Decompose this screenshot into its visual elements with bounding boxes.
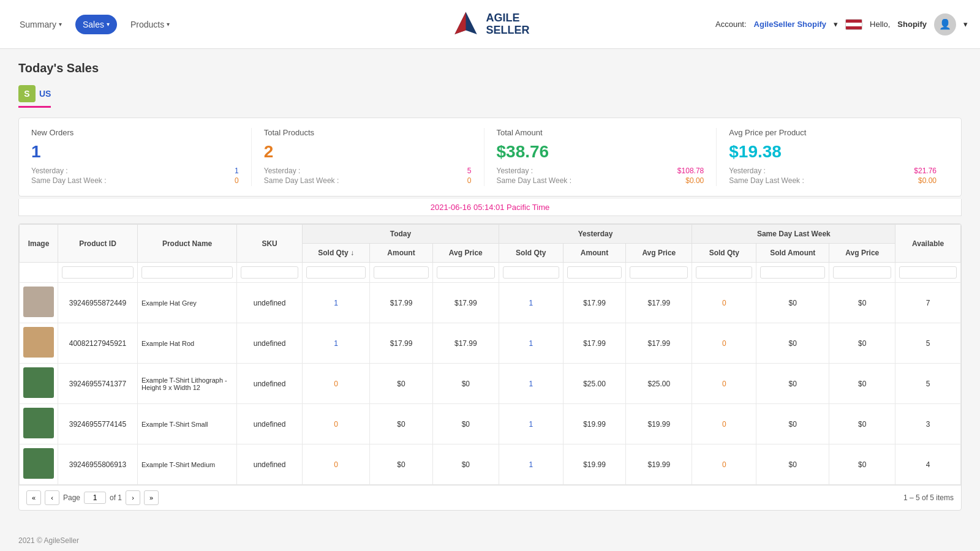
nav-sales[interactable]: Sales ▾	[75, 15, 117, 34]
prev-page-button[interactable]: ‹	[45, 490, 59, 505]
filter-yest-avg	[626, 263, 692, 283]
pagination-left: « ‹ Page of 1 › »	[26, 490, 159, 505]
last-page-button[interactable]: »	[144, 490, 159, 505]
meta-val: 5	[467, 167, 472, 175]
filter-yest-avg-input[interactable]	[630, 266, 688, 279]
th-yest-avgprice: Avg Price	[626, 244, 692, 263]
th-today-amount: Amount	[370, 244, 433, 263]
meta-val: $0.00	[685, 176, 704, 185]
card-value: 2	[264, 142, 472, 162]
cell-sku: undefined	[237, 404, 303, 444]
meta-row: Yesterday : $21.76	[729, 167, 937, 175]
card-value: $38.76	[497, 142, 704, 162]
cell-today-qty[interactable]: 1	[303, 283, 370, 323]
cell-yest-qty[interactable]: 1	[499, 323, 563, 364]
product-image	[23, 287, 54, 317]
footer: 2021 © AgileSeller	[0, 527, 980, 551]
cell-yest-qty[interactable]: 1	[499, 364, 563, 404]
cell-sdlw-amount: $0	[756, 444, 829, 485]
svg-marker-1	[454, 12, 466, 34]
filter-today-qty-input[interactable]	[306, 266, 366, 279]
meta-label: Yesterday :	[497, 167, 533, 175]
filter-today-amount-input[interactable]	[374, 266, 429, 279]
meta-label: Same Day Last Week :	[729, 176, 804, 185]
page-label: Page	[63, 493, 80, 502]
first-page-button[interactable]: «	[26, 490, 41, 505]
cell-product-name: Example T-Shirt Medium	[137, 444, 236, 485]
filter-yest-amount-input[interactable]	[567, 266, 622, 279]
cell-yest-avg: $19.99	[626, 444, 692, 485]
card-new-orders: New Orders 1 Yesterday : 1 Same Day Last…	[31, 128, 252, 186]
filter-sdlw-amount-input[interactable]	[760, 266, 825, 279]
cell-yest-qty[interactable]: 1	[499, 444, 563, 485]
th-group-today: Today	[303, 225, 499, 244]
cell-sdlw-amount: $0	[756, 364, 829, 404]
chevron-down-icon: ▾	[167, 21, 170, 28]
th-product-name: Product Name	[137, 225, 236, 263]
account-link[interactable]: AgileSeller Shopify	[754, 20, 826, 29]
meta-label: Same Day Last Week :	[31, 176, 107, 185]
cell-sku: undefined	[237, 283, 303, 323]
cell-today-avg: $0	[432, 444, 499, 485]
nav-products[interactable]: Products ▾	[123, 15, 177, 34]
meta-row: Same Day Last Week : $0.00	[497, 176, 704, 185]
filter-yest-qty-input[interactable]	[503, 266, 559, 279]
nav-summary[interactable]: Summary ▾	[12, 15, 69, 34]
filter-image	[20, 263, 58, 283]
filter-sdlw-qty-input[interactable]	[696, 266, 752, 279]
shopify-icon: S	[18, 85, 36, 102]
filter-today-avg-input[interactable]	[437, 266, 495, 279]
cell-image	[20, 404, 58, 444]
cell-sdlw-qty: 0	[692, 444, 756, 485]
page-title: Today's Sales	[18, 61, 962, 75]
card-title: Avg Price per Product	[729, 128, 937, 137]
filter-sku-input[interactable]	[241, 266, 298, 279]
cell-product-id: 39246955872449	[58, 283, 138, 323]
table-row: 39246955774145Example T-Shirt Smallundef…	[20, 404, 961, 444]
copyright: 2021 © AgileSeller	[18, 536, 79, 545]
cell-yest-avg: $25.00	[626, 364, 692, 404]
table-row: 39246955872449Example Hat Greyundefined1…	[20, 283, 961, 323]
meta-row: Yesterday : $108.78	[497, 167, 704, 175]
cell-sdlw-amount: $0	[756, 323, 829, 364]
cell-sdlw-amount: $0	[756, 283, 829, 323]
cell-yest-avg: $17.99	[626, 283, 692, 323]
meta-val: 0	[467, 176, 472, 185]
table-row: 40082127945921Example Hat Rodundefined1$…	[20, 323, 961, 364]
th-available: Available	[895, 225, 961, 263]
cell-yest-amount: $19.99	[563, 444, 626, 485]
filter-sku	[237, 263, 303, 283]
cell-yest-qty[interactable]: 1	[499, 404, 563, 444]
th-today-soldqty[interactable]: Sold Qty ↓	[303, 244, 370, 263]
header: Summary ▾ Sales ▾ Products ▾ AGILE SELLE…	[0, 0, 980, 49]
meta-label: Same Day Last Week :	[264, 176, 339, 185]
filter-product-name-input[interactable]	[141, 266, 233, 279]
cell-image	[20, 364, 58, 404]
cell-available: 7	[895, 283, 961, 323]
avatar[interactable]: 👤	[934, 13, 956, 36]
cell-yest-qty[interactable]: 1	[499, 283, 563, 323]
cell-yest-avg: $17.99	[626, 323, 692, 364]
cell-sku: undefined	[237, 364, 303, 404]
cell-available: 3	[895, 404, 961, 444]
filter-available-input[interactable]	[899, 266, 957, 279]
filter-product-id-input[interactable]	[62, 266, 134, 279]
cell-product-id: 39246955741377	[58, 364, 138, 404]
chevron-down-icon: ▾	[963, 20, 968, 29]
datetime-bar: 2021-06-16 05:14:01 Pacific Time	[18, 199, 962, 216]
cell-sdlw-avg: $0	[829, 404, 895, 444]
cell-today-qty[interactable]: 1	[303, 323, 370, 364]
th-sdlw-soldqty: Sold Qty	[692, 244, 756, 263]
card-meta: Yesterday : 1 Same Day Last Week : 0	[31, 167, 239, 185]
card-total-amount: Total Amount $38.76 Yesterday : $108.78 …	[484, 128, 717, 186]
cell-sdlw-avg: $0	[829, 364, 895, 404]
cell-today-avg: $0	[432, 364, 499, 404]
next-page-button[interactable]: ›	[126, 490, 140, 505]
filter-sdlw-avg-input[interactable]	[833, 266, 891, 279]
filter-product-id	[58, 263, 138, 283]
summary-cards: New Orders 1 Yesterday : 1 Same Day Last…	[18, 118, 962, 197]
page-input[interactable]	[84, 492, 106, 504]
cell-sdlw-qty: 0	[692, 364, 756, 404]
cell-product-name: Example Hat Grey	[137, 283, 236, 323]
th-yest-soldqty: Sold Qty	[499, 244, 563, 263]
